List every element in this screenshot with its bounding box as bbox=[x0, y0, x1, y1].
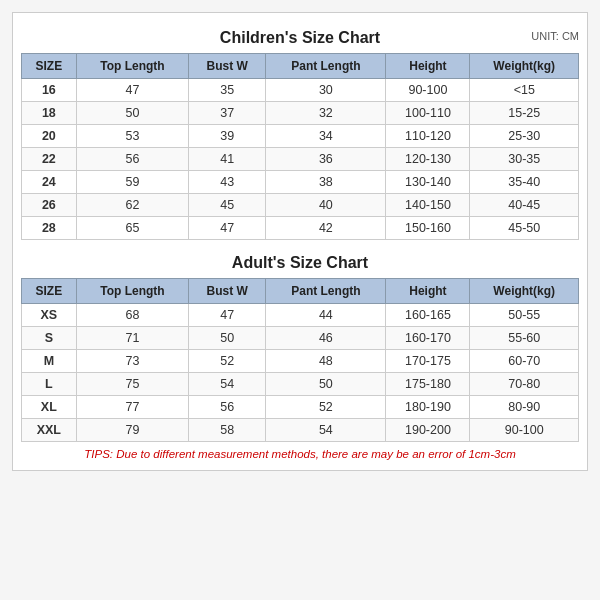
table-cell: 160-170 bbox=[386, 327, 470, 350]
table-cell: 79 bbox=[76, 419, 189, 442]
table-cell: 50 bbox=[189, 327, 266, 350]
adults-header-row: SIZE Top Length Bust W Pant Length Heigh… bbox=[22, 279, 579, 304]
table-cell: 53 bbox=[76, 125, 189, 148]
table-cell: 90-100 bbox=[470, 419, 579, 442]
children-header-bust-w: Bust W bbox=[189, 54, 266, 79]
table-cell: 68 bbox=[76, 304, 189, 327]
table-row: 28654742150-16045-50 bbox=[22, 217, 579, 240]
table-cell: 46 bbox=[266, 327, 386, 350]
table-cell: XS bbox=[22, 304, 77, 327]
table-cell: 54 bbox=[189, 373, 266, 396]
table-row: S715046160-17055-60 bbox=[22, 327, 579, 350]
table-cell: 65 bbox=[76, 217, 189, 240]
table-cell: 39 bbox=[189, 125, 266, 148]
table-cell: 35-40 bbox=[470, 171, 579, 194]
table-cell: XL bbox=[22, 396, 77, 419]
table-cell: 47 bbox=[189, 217, 266, 240]
table-cell: 100-110 bbox=[386, 102, 470, 125]
table-cell: 38 bbox=[266, 171, 386, 194]
table-cell: 150-160 bbox=[386, 217, 470, 240]
table-cell: 42 bbox=[266, 217, 386, 240]
table-cell: 70-80 bbox=[470, 373, 579, 396]
table-row: 1647353090-100<15 bbox=[22, 79, 579, 102]
table-cell: 190-200 bbox=[386, 419, 470, 442]
adults-header-top-length: Top Length bbox=[76, 279, 189, 304]
table-cell: 160-165 bbox=[386, 304, 470, 327]
table-cell: 34 bbox=[266, 125, 386, 148]
table-cell: 180-190 bbox=[386, 396, 470, 419]
table-cell: 44 bbox=[266, 304, 386, 327]
adults-size-table: SIZE Top Length Bust W Pant Length Heigh… bbox=[21, 278, 579, 442]
table-cell: 18 bbox=[22, 102, 77, 125]
table-cell: 50 bbox=[76, 102, 189, 125]
table-cell: 75 bbox=[76, 373, 189, 396]
table-cell: 40 bbox=[266, 194, 386, 217]
table-row: 22564136120-13030-35 bbox=[22, 148, 579, 171]
children-header-size: SIZE bbox=[22, 54, 77, 79]
table-row: 20533934110-12025-30 bbox=[22, 125, 579, 148]
table-cell: 25-30 bbox=[470, 125, 579, 148]
adults-header-bust-w: Bust W bbox=[189, 279, 266, 304]
table-cell: 35 bbox=[189, 79, 266, 102]
table-cell: 50 bbox=[266, 373, 386, 396]
children-section-title: Children's Size Chart UNIT: CM bbox=[21, 23, 579, 49]
table-cell: 16 bbox=[22, 79, 77, 102]
children-header-top-length: Top Length bbox=[76, 54, 189, 79]
table-cell: 175-180 bbox=[386, 373, 470, 396]
adults-header-pant-length: Pant Length bbox=[266, 279, 386, 304]
table-cell: 48 bbox=[266, 350, 386, 373]
table-cell: 120-130 bbox=[386, 148, 470, 171]
table-cell: 56 bbox=[189, 396, 266, 419]
table-row: 24594338130-14035-40 bbox=[22, 171, 579, 194]
adults-header-weight: Weight(kg) bbox=[470, 279, 579, 304]
table-cell: 26 bbox=[22, 194, 77, 217]
table-cell: 40-45 bbox=[470, 194, 579, 217]
table-cell: 24 bbox=[22, 171, 77, 194]
table-cell: 45 bbox=[189, 194, 266, 217]
table-row: 26624540140-15040-45 bbox=[22, 194, 579, 217]
table-cell: L bbox=[22, 373, 77, 396]
children-header-height: Height bbox=[386, 54, 470, 79]
table-cell: 43 bbox=[189, 171, 266, 194]
table-cell: 41 bbox=[189, 148, 266, 171]
table-cell: <15 bbox=[470, 79, 579, 102]
adults-header-height: Height bbox=[386, 279, 470, 304]
table-cell: M bbox=[22, 350, 77, 373]
table-cell: 47 bbox=[76, 79, 189, 102]
table-cell: 54 bbox=[266, 419, 386, 442]
chart-container: Children's Size Chart UNIT: CM SIZE Top … bbox=[12, 12, 588, 471]
table-cell: 73 bbox=[76, 350, 189, 373]
table-cell: 50-55 bbox=[470, 304, 579, 327]
table-row: L755450175-18070-80 bbox=[22, 373, 579, 396]
table-cell: 59 bbox=[76, 171, 189, 194]
children-size-table: SIZE Top Length Bust W Pant Length Heigh… bbox=[21, 53, 579, 240]
children-unit-label: UNIT: CM bbox=[531, 30, 579, 42]
table-row: XXL795854190-20090-100 bbox=[22, 419, 579, 442]
table-cell: 47 bbox=[189, 304, 266, 327]
table-row: XL775652180-19080-90 bbox=[22, 396, 579, 419]
table-cell: 56 bbox=[76, 148, 189, 171]
table-cell: 130-140 bbox=[386, 171, 470, 194]
table-row: XS684744160-16550-55 bbox=[22, 304, 579, 327]
table-cell: 58 bbox=[189, 419, 266, 442]
table-row: M735248170-17560-70 bbox=[22, 350, 579, 373]
adults-header-size: SIZE bbox=[22, 279, 77, 304]
table-cell: 32 bbox=[266, 102, 386, 125]
table-cell: 77 bbox=[76, 396, 189, 419]
children-header-row: SIZE Top Length Bust W Pant Length Heigh… bbox=[22, 54, 579, 79]
adults-title-text: Adult's Size Chart bbox=[232, 254, 368, 271]
table-cell: 20 bbox=[22, 125, 77, 148]
table-cell: 140-150 bbox=[386, 194, 470, 217]
table-cell: 52 bbox=[266, 396, 386, 419]
adults-section-title: Adult's Size Chart bbox=[21, 248, 579, 274]
table-cell: 90-100 bbox=[386, 79, 470, 102]
table-cell: 30-35 bbox=[470, 148, 579, 171]
table-cell: 15-25 bbox=[470, 102, 579, 125]
table-cell: 60-70 bbox=[470, 350, 579, 373]
table-cell: 45-50 bbox=[470, 217, 579, 240]
children-title-text: Children's Size Chart bbox=[220, 29, 380, 46]
table-cell: 110-120 bbox=[386, 125, 470, 148]
table-cell: XXL bbox=[22, 419, 77, 442]
table-cell: S bbox=[22, 327, 77, 350]
tips-text: TIPS: Due to different measurement metho… bbox=[21, 448, 579, 460]
